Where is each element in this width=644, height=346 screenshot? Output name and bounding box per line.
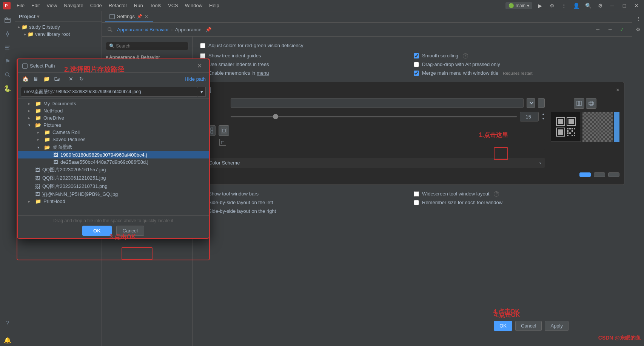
chevron-right-icon: ▸ — [28, 101, 33, 106]
drag-hint: Drag and drop a file into the space abov… — [22, 218, 204, 223]
annotation-step4: 4.点击OK — [494, 311, 569, 319]
file-item-de25[interactable]: 🖼 de25aae550bc4448a77d9b69c086f08d.j — [18, 158, 209, 166]
chevron-right-icon: ▸ — [37, 137, 42, 141]
toolbar-separator — [64, 75, 64, 82]
file-item-onedrive[interactable]: ▸ 📁 OneDrive — [18, 114, 209, 121]
image-icon: 🖼 — [35, 191, 40, 197]
file-item-camera[interactable]: ▸ 📁 Camera Roll — [18, 129, 209, 136]
file-label: My Documents — [43, 101, 76, 106]
bottom-cancel-button[interactable]: Cancel — [515, 321, 542, 331]
folder-icon: 📁 — [35, 108, 41, 114]
image-icon: 🖼 — [53, 152, 58, 158]
dialog-actions: OK Cancel — [22, 226, 204, 236]
file-label: QQ图片20230612210731.png — [42, 183, 108, 190]
path-input-row: ▾ — [18, 85, 209, 98]
dialog-ok-button[interactable]: OK — [82, 226, 112, 236]
path-dropdown[interactable]: ▾ — [198, 87, 206, 97]
bottom-ok-buttons: OK Cancel Apply — [494, 321, 569, 331]
file-label: PrintHood — [43, 198, 65, 204]
file-item-saved[interactable]: ▸ 📁 Saved Pictures — [18, 136, 209, 143]
folder-icon: 📁 — [44, 137, 50, 142]
file-item-printhood[interactable]: ▸ 📁 PrintHood — [18, 198, 209, 205]
image-icon: 🖼 — [35, 184, 40, 189]
dialog-title: Select Path — [30, 63, 195, 69]
file-tree: ▸ 📁 My Documents ▸ 📁 NetHood ▸ 📁 OneDriv… — [18, 98, 209, 215]
folder-icon: 📂 — [44, 145, 50, 150]
toolbar-desktop-icon[interactable]: 🖥 — [31, 74, 40, 83]
folder-icon: 📁 — [35, 101, 41, 106]
dialog-close-button[interactable]: ✕ — [195, 62, 204, 70]
file-label: 桌面壁纸 — [52, 144, 72, 151]
bottom-ok-area: 4.点击OK OK Cancel Apply — [494, 311, 569, 331]
toolbar-home-icon[interactable]: 🏠 — [21, 74, 30, 83]
chevron-down-icon: ▾ — [28, 123, 33, 127]
file-label: Camera Roll — [52, 129, 80, 135]
folder-icon: 📁 — [35, 115, 41, 121]
ok-box-annotation — [122, 247, 153, 260]
select-path-dialog: Select Path ✕ 🏠 🖥 📁 ✕ ↻ Hide path ▾ — [17, 58, 210, 239]
file-label: Saved Pictures — [52, 137, 85, 142]
dialog-footer: Drag and drop a file into the space abov… — [18, 215, 209, 238]
chevron-right-icon: ▸ — [37, 130, 42, 134]
folder-icon: 📂 — [35, 122, 41, 128]
file-label: }{}@N%NN_}P5HD[9PB%_GQ.jpg — [42, 191, 118, 197]
image-icon: 🖼 — [35, 167, 40, 173]
bottom-apply-button[interactable]: Apply — [545, 321, 569, 331]
file-label: 1989fc8180d9829e30794960af400bc4.j — [60, 152, 147, 158]
file-label: OneDrive — [43, 115, 64, 121]
file-item-pictures[interactable]: ▾ 📂 Pictures — [18, 121, 209, 129]
file-item-special[interactable]: 🖼 }{}@N%NN_}P5HD[9PB%_GQ.jpg — [18, 191, 209, 198]
file-item-qq1[interactable]: 🖼 QQ图片20230205161557.jpg — [18, 166, 209, 174]
folder-icon: 📁 — [44, 129, 50, 135]
image-icon: 🖼 — [53, 159, 58, 165]
chevron-right-icon: ▸ — [28, 199, 33, 203]
path-input[interactable] — [21, 87, 198, 97]
image-icon: 🖼 — [35, 175, 40, 181]
dialog-overlay: Select Path ✕ 🏠 🖥 📁 ✕ ↻ Hide path ▾ — [0, 0, 644, 346]
toolbar-folder-icon[interactable]: 📁 — [42, 74, 51, 83]
file-item-qq3[interactable]: 🖼 QQ图片20230612210731.png — [18, 182, 209, 191]
dialog-cancel-button[interactable]: Cancel — [116, 226, 144, 236]
file-label: QQ图片20230612210251.jpg — [42, 175, 106, 181]
toolbar-delete-icon[interactable]: ✕ — [66, 74, 75, 83]
toolbar-new-folder-icon[interactable] — [52, 74, 62, 83]
file-item-nethood[interactable]: ▸ 📁 NetHood — [18, 107, 209, 114]
svg-rect-46 — [23, 64, 27, 68]
file-label: NetHood — [43, 108, 63, 114]
file-label: QQ图片20230205161557.jpg — [42, 166, 106, 173]
hide-path-button[interactable]: Hide path — [185, 76, 206, 82]
toolbar-refresh-icon[interactable]: ↻ — [77, 74, 86, 83]
dialog-title-bar: Select Path ✕ — [18, 59, 209, 73]
file-item-desktop-wallpaper[interactable]: ▾ 📂 桌面壁纸 — [18, 143, 209, 151]
chevron-down-icon: ▾ — [37, 145, 42, 149]
dialog-toolbar: 🏠 🖥 📁 ✕ ↻ Hide path — [18, 73, 209, 85]
chevron-right-icon: ▸ — [28, 116, 33, 120]
file-item-mydocs[interactable]: ▸ 📁 My Documents — [18, 100, 209, 107]
bottom-ok-button[interactable]: OK — [494, 321, 512, 331]
file-label: Pictures — [43, 122, 61, 128]
chevron-right-icon: ▸ — [28, 109, 33, 113]
file-label: de25aae550bc4448a77d9b69c086f08d.j — [60, 159, 148, 165]
folder-icon: 📁 — [35, 198, 41, 204]
file-item-1989[interactable]: 🖼 1989fc8180d9829e30794960af400bc4.j — [18, 151, 209, 158]
file-item-qq2[interactable]: 🖼 QQ图片20230612210251.jpg — [18, 174, 209, 182]
